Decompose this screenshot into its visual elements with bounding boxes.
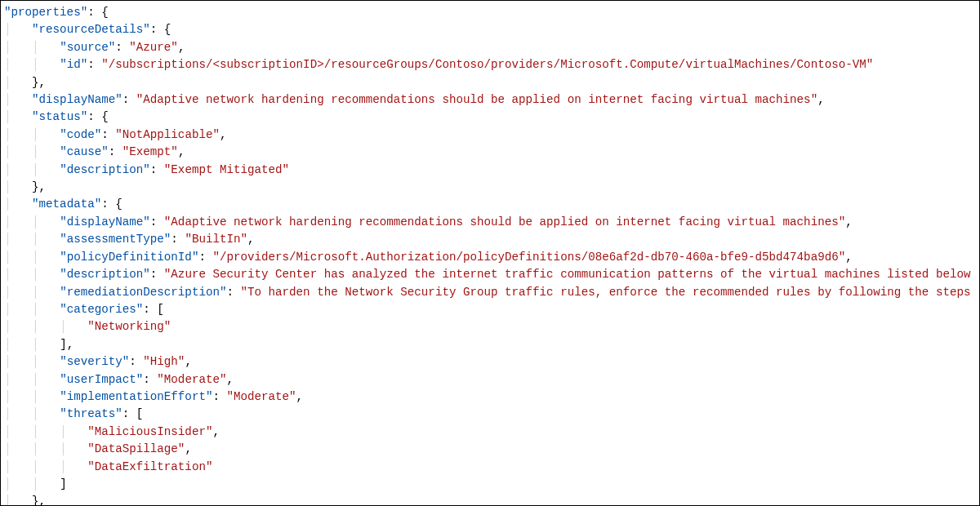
code-line: │ "displayName": "Adaptive network harde… <box>4 91 979 109</box>
json-string: "BuiltIn" <box>185 233 247 246</box>
indent-guides: │ │ <box>4 163 60 176</box>
code-line: │ │ "code": "NotApplicable", <box>4 126 979 144</box>
code-line: │ │ │ "DataSpillage", <box>4 441 979 458</box>
json-key: "categories" <box>60 303 143 316</box>
indent-guides: │ <box>4 198 32 211</box>
indent-guides: │ │ │ <box>4 320 87 333</box>
indent-guides: │ │ <box>4 233 60 246</box>
indent-guides: │ │ <box>4 251 60 264</box>
indent-guides: │ │ <box>4 373 60 386</box>
code-line: │ │ │ "Networking" <box>4 318 979 335</box>
indent-guides: │ │ <box>4 338 60 351</box>
code-line: │ │ "assessmentType": "BuiltIn", <box>4 231 979 248</box>
indent-guides: │ <box>4 180 32 193</box>
json-punct: , <box>296 390 304 403</box>
json-punct: , <box>178 145 185 158</box>
code-line: │ │ "implementationEffort": "Moderate", <box>4 388 979 406</box>
indent-guides: │ │ <box>4 215 60 229</box>
json-punct: , <box>226 373 234 386</box>
json-key: "cause" <box>60 145 109 158</box>
json-string: "Exempt Mitigated" <box>164 163 289 176</box>
indent-guides: │ <box>4 93 32 106</box>
json-punct: : <box>150 215 164 229</box>
json-punct: }, <box>32 76 46 89</box>
code-line: │ }, <box>4 74 979 91</box>
json-string: "Azure" <box>129 41 178 54</box>
json-punct: : <box>143 373 157 386</box>
code-line: │ │ "threats": [ <box>4 406 979 423</box>
json-punct: : [ <box>143 303 164 316</box>
json-punct: : { <box>150 23 172 36</box>
json-string: "Moderate" <box>226 390 296 403</box>
json-string: "MaliciousInsider" <box>87 425 212 438</box>
indent-guides: │ │ <box>4 145 60 158</box>
code-line: │ │ │ "DataExfiltration" <box>4 459 979 476</box>
json-punct: : <box>87 58 101 71</box>
code-line: │ │ "userImpact": "Moderate", <box>4 371 979 388</box>
json-punct: , <box>178 41 185 54</box>
json-punct: ] <box>60 477 67 490</box>
json-punct: : { <box>87 6 109 19</box>
json-punct: , <box>185 442 192 455</box>
json-string: "Adaptive network hardening recommendati… <box>136 93 817 106</box>
json-punct: : { <box>101 198 122 211</box>
json-key: "source" <box>60 41 115 54</box>
json-punct: ], <box>60 338 74 351</box>
json-key: "displayName" <box>60 215 150 229</box>
json-key: "displayName" <box>32 93 122 106</box>
json-punct: : <box>129 355 143 368</box>
indent-guides: │ │ <box>4 41 60 54</box>
json-punct: : <box>198 251 212 264</box>
json-punct: : <box>101 128 115 141</box>
indent-guides: │ │ │ <box>4 425 87 438</box>
json-punct: : <box>150 163 164 176</box>
json-string: "NotApplicable" <box>115 128 220 141</box>
json-key: "severity" <box>60 355 129 368</box>
code-line: │ │ "displayName": "Adaptive network har… <box>4 214 979 231</box>
code-line: │ │ "id": "/subscriptions/<subscriptionI… <box>4 56 979 73</box>
json-punct: : <box>150 268 164 281</box>
json-key: "code" <box>60 128 101 141</box>
json-string: "High" <box>143 355 185 368</box>
code-line: │ }, <box>4 493 979 506</box>
indent-guides: │ │ <box>4 128 60 141</box>
code-line: │ "status": { <box>4 109 979 126</box>
json-punct: , <box>185 355 192 368</box>
json-string: "Networking" <box>87 320 171 333</box>
indent-guides: │ │ <box>4 407 60 420</box>
indent-guides: │ <box>4 76 32 89</box>
indent-guides: │ │ <box>4 268 60 281</box>
json-string: "DataExfiltration" <box>87 460 212 473</box>
indent-guides: │ <box>4 495 32 506</box>
json-punct: : { <box>87 110 109 123</box>
json-string: "To harden the Network Security Group tr… <box>241 286 971 299</box>
json-punct: , <box>212 425 220 438</box>
json-punct: : <box>115 41 129 54</box>
code-line: │ │ ], <box>4 336 979 353</box>
json-string: "/providers/Microsoft.Authorization/poli… <box>212 251 845 264</box>
json-key: "status" <box>32 110 87 123</box>
code-line: │ "metadata": { <box>4 196 979 213</box>
json-punct: , <box>817 93 825 106</box>
indent-guides: │ <box>4 110 32 123</box>
json-code-block: "properties": {│ "resourceDetails": {│ │… <box>1 1 979 506</box>
indent-guides: │ │ <box>4 286 60 299</box>
json-string: "Exempt" <box>122 145 178 158</box>
json-key: "metadata" <box>32 198 101 211</box>
code-line: │ │ "severity": "High", <box>4 353 979 371</box>
code-line: │ │ ] <box>4 476 979 493</box>
indent-guides: │ │ │ <box>4 442 87 455</box>
code-line: │ "resourceDetails": { <box>4 21 979 38</box>
json-key: "properties" <box>4 6 87 19</box>
json-punct: , <box>845 251 853 264</box>
json-key: "threats" <box>60 407 122 420</box>
json-punct: , <box>845 215 853 229</box>
json-punct: : <box>109 145 122 158</box>
indent-guides: │ │ │ <box>4 460 87 473</box>
indent-guides: │ │ <box>4 355 60 368</box>
indent-guides: │ <box>4 23 32 36</box>
code-line: │ │ "cause": "Exempt", <box>4 144 979 161</box>
json-key: "id" <box>60 58 87 71</box>
json-punct: : <box>226 286 240 299</box>
json-punct: }, <box>32 495 46 506</box>
